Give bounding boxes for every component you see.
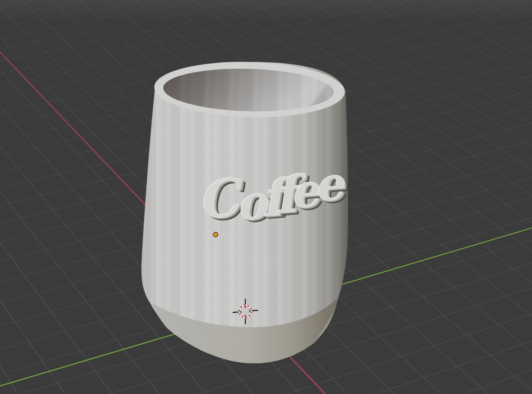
blender-3d-viewport[interactable]: Coffee (0, 0, 532, 394)
viewport-overlays (0, 0, 532, 394)
3d-cursor[interactable] (233, 299, 258, 324)
object-origin-point[interactable] (214, 232, 218, 237)
